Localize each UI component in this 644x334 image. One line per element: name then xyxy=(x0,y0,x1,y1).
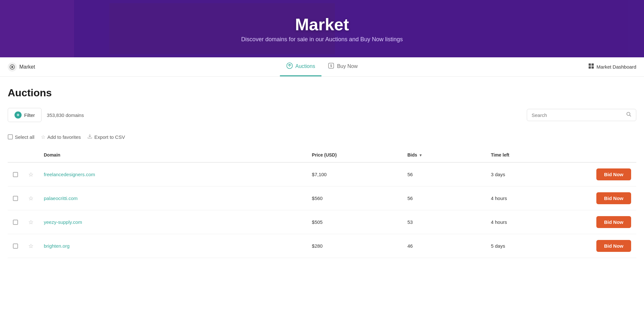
row-star-3[interactable]: ☆ xyxy=(23,234,39,258)
svg-rect-7 xyxy=(589,66,591,69)
bid-now-button-2[interactable]: Bid Now xyxy=(596,216,631,228)
bid-now-button-0[interactable]: Bid Now xyxy=(596,168,631,180)
row-action-1: Bid Now xyxy=(581,186,636,210)
row-time-3: 5 days xyxy=(486,234,581,258)
dashboard-label: Market Dashboard xyxy=(597,64,636,70)
auctions-tab-label: Auctions xyxy=(295,63,315,69)
hero-title: Market xyxy=(295,15,349,34)
domain-link-1[interactable]: palaeocritti.com xyxy=(44,196,78,201)
bids-sort-arrow: ▾ xyxy=(420,153,421,157)
row-check-box-0[interactable] xyxy=(13,172,18,177)
filter-button[interactable]: + Filter xyxy=(8,108,42,122)
select-all-label: Select all xyxy=(15,134,34,140)
row-check-box-2[interactable] xyxy=(13,220,18,225)
row-price-1: $560 xyxy=(307,186,402,210)
row-checkbox-3[interactable] xyxy=(8,234,23,258)
actions-row: Select all ☆ Add to favorites Export to … xyxy=(8,131,636,143)
row-domain-3: brighten.org xyxy=(39,234,307,258)
row-time-2: 4 hours xyxy=(486,210,581,234)
row-domain-2: yeezy-supply.com xyxy=(39,210,307,234)
domain-count: 353,830 domains xyxy=(47,112,84,118)
row-check-box-3[interactable] xyxy=(13,243,18,249)
auction-table: Domain Price (USD) Bids ▾ Time left ☆ fr… xyxy=(8,148,636,258)
filter-label: Filter xyxy=(24,112,35,118)
row-checkbox-1[interactable] xyxy=(8,186,23,210)
add-to-favorites-label: Add to favorites xyxy=(47,134,81,140)
filter-plus-icon: + xyxy=(14,111,22,119)
auctions-icon xyxy=(286,62,293,71)
search-box xyxy=(527,109,636,121)
select-all-checkbox[interactable] xyxy=(8,134,13,139)
navbar-tabs: Auctions $ Buy Now xyxy=(280,57,364,76)
add-to-favorites-action[interactable]: ☆ Add to favorites xyxy=(41,134,81,140)
row-price-0: $7,100 xyxy=(307,162,402,186)
market-icon xyxy=(8,62,17,72)
row-bids-1: 56 xyxy=(402,186,486,210)
col-header-action xyxy=(581,148,636,162)
table-row: ☆ yeezy-supply.com $505 53 4 hours Bid N… xyxy=(8,210,636,234)
col-header-bids[interactable]: Bids ▾ xyxy=(402,148,486,162)
domain-link-3[interactable]: brighten.org xyxy=(44,243,70,249)
search-icon[interactable] xyxy=(626,112,631,118)
row-star-icon-2[interactable]: ☆ xyxy=(28,219,33,225)
domain-link-0[interactable]: freelancedesigners.com xyxy=(44,172,95,177)
row-domain-0: freelancedesigners.com xyxy=(39,162,307,186)
row-time-0: 3 days xyxy=(486,162,581,186)
svg-text:$: $ xyxy=(330,64,332,68)
col-header-time: Time left xyxy=(486,148,581,162)
svg-rect-8 xyxy=(592,66,594,69)
col-header-domain: Domain xyxy=(39,148,307,162)
row-action-0: Bid Now xyxy=(581,162,636,186)
col-header-price: Price (USD) xyxy=(307,148,402,162)
row-price-2: $505 xyxy=(307,210,402,234)
table-row: ☆ brighten.org $280 46 5 days Bid Now xyxy=(8,234,636,258)
star-icon: ☆ xyxy=(41,134,45,140)
row-star-icon-1[interactable]: ☆ xyxy=(28,195,33,202)
row-bids-2: 53 xyxy=(402,210,486,234)
tab-buynow[interactable]: $ Buy Now xyxy=(322,57,364,76)
row-domain-1: palaeocritti.com xyxy=(39,186,307,210)
buynow-icon: $ xyxy=(328,62,335,71)
select-all-action[interactable]: Select all xyxy=(8,134,34,140)
domain-link-2[interactable]: yeezy-supply.com xyxy=(44,219,82,225)
row-bids-0: 56 xyxy=(402,162,486,186)
export-to-csv-action[interactable]: Export to CSV xyxy=(87,134,125,140)
row-price-3: $280 xyxy=(307,234,402,258)
row-star-icon-3[interactable]: ☆ xyxy=(28,243,33,249)
filter-bar: + Filter 353,830 domains xyxy=(8,108,636,122)
export-label: Export to CSV xyxy=(94,134,125,140)
table-row: ☆ freelancedesigners.com $7,100 56 3 day… xyxy=(8,162,636,186)
row-checkbox-2[interactable] xyxy=(8,210,23,234)
brand-label: Market xyxy=(19,64,35,70)
navbar-brand[interactable]: Market xyxy=(8,62,35,72)
row-star-0[interactable]: ☆ xyxy=(23,162,39,186)
search-input[interactable] xyxy=(532,112,626,118)
row-time-1: 4 hours xyxy=(486,186,581,210)
tab-auctions[interactable]: Auctions xyxy=(280,57,321,76)
buynow-tab-label: Buy Now xyxy=(337,63,358,69)
hero-banner: Market Discover domains for sale in our … xyxy=(0,0,644,57)
dashboard-grid-icon xyxy=(588,63,594,71)
row-action-3: Bid Now xyxy=(581,234,636,258)
table-header-row: Domain Price (USD) Bids ▾ Time left xyxy=(8,148,636,162)
row-action-2: Bid Now xyxy=(581,210,636,234)
hero-subtitle: Discover domains for sale in our Auction… xyxy=(241,36,403,43)
table-row: ☆ palaeocritti.com $560 56 4 hours Bid N… xyxy=(8,186,636,210)
export-icon xyxy=(87,134,92,140)
row-star-icon-0[interactable]: ☆ xyxy=(28,171,33,178)
svg-rect-5 xyxy=(589,63,591,66)
navbar: Market Auctions $ Buy Now xyxy=(0,57,644,77)
svg-point-1 xyxy=(11,66,13,68)
col-header-star xyxy=(23,148,39,162)
row-bids-3: 46 xyxy=(402,234,486,258)
row-checkbox-0[interactable] xyxy=(8,162,23,186)
row-star-1[interactable]: ☆ xyxy=(23,186,39,210)
bid-now-button-1[interactable]: Bid Now xyxy=(596,192,631,204)
col-header-checkbox xyxy=(8,148,23,162)
row-star-2[interactable]: ☆ xyxy=(23,210,39,234)
page-title: Auctions xyxy=(8,87,636,99)
svg-rect-6 xyxy=(592,63,594,66)
market-dashboard-link[interactable]: Market Dashboard xyxy=(588,63,636,71)
bid-now-button-3[interactable]: Bid Now xyxy=(596,240,631,252)
row-check-box-1[interactable] xyxy=(13,196,18,201)
